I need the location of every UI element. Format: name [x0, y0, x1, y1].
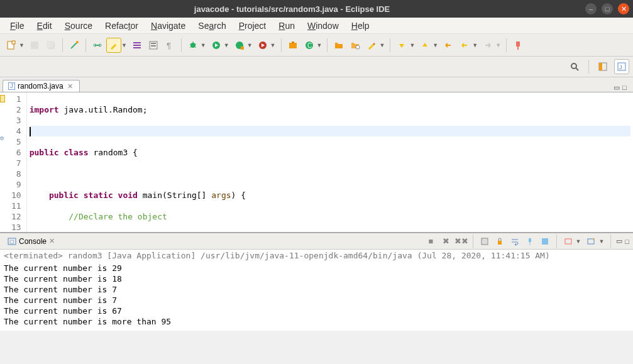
menu-source[interactable]: Source: [58, 19, 99, 33]
debug-icon[interactable]: [185, 38, 201, 53]
maximize-view-icon[interactable]: □: [625, 238, 629, 245]
svg-rect-41: [482, 238, 488, 245]
remove-all-icon[interactable]: ✖✖: [455, 235, 468, 248]
separator: [473, 234, 473, 248]
open-task-icon[interactable]: [348, 38, 363, 53]
menu-edit[interactable]: Edit: [31, 19, 58, 33]
separator: [181, 38, 182, 52]
menu-refactor[interactable]: Refactor: [99, 19, 145, 33]
dropdown-icon[interactable]: ▼: [495, 42, 501, 48]
save-all-icon[interactable]: [43, 38, 58, 53]
minimize-view-icon[interactable]: ▭: [616, 237, 622, 245]
line-number: 4: [11, 126, 21, 136]
line-number: 10: [11, 190, 21, 201]
pilcrow-icon[interactable]: ¶: [162, 38, 177, 53]
run-icon[interactable]: [209, 38, 224, 53]
ext-tools-icon[interactable]: [255, 38, 270, 53]
warning-marker-icon[interactable]: [0, 95, 5, 102]
menu-help[interactable]: Help: [345, 19, 376, 33]
menu-project[interactable]: Project: [233, 19, 273, 33]
edit-pen-icon[interactable]: [364, 38, 379, 53]
dropdown-icon[interactable]: ▼: [247, 42, 253, 48]
maximize-button[interactable]: □: [602, 3, 613, 14]
menu-file[interactable]: File: [4, 19, 31, 33]
menu-window[interactable]: Window: [301, 19, 345, 33]
scroll-lock-icon[interactable]: [493, 235, 506, 248]
dropdown-icon[interactable]: ▼: [576, 238, 581, 245]
console-output[interactable]: The current number is 29 The current num…: [0, 262, 633, 331]
wand-icon[interactable]: [67, 38, 82, 53]
remove-launch-icon[interactable]: ✖: [440, 235, 453, 248]
svg-text:¶: ¶: [167, 41, 171, 50]
svg-text:C: C: [307, 42, 312, 49]
menu-search[interactable]: Search: [192, 19, 232, 33]
tab-filename: random3.java: [18, 82, 63, 91]
console-line: The current number is 18: [4, 273, 629, 284]
svg-line-5: [71, 42, 77, 48]
list-icon[interactable]: [129, 38, 145, 53]
code-editor[interactable]: ⊖ 1 2 3 4 5 6 7 8 9 10 11 12 13 14 impor…: [0, 92, 633, 232]
code-area[interactable]: import java.util.Random; public class ra…: [27, 92, 633, 232]
new-icon[interactable]: [4, 38, 19, 53]
terminate-icon[interactable]: ■: [425, 235, 438, 248]
coverage-icon[interactable]: [232, 38, 247, 53]
back-icon[interactable]: [457, 38, 472, 53]
view-controls: ▭ □: [614, 84, 630, 92]
dropdown-icon[interactable]: ▼: [317, 42, 322, 48]
clear-console-icon[interactable]: [478, 235, 491, 248]
search-icon[interactable]: [567, 59, 582, 74]
close-window-button[interactable]: ✕: [618, 3, 629, 14]
pin-console-icon[interactable]: [524, 235, 536, 248]
display-console-icon[interactable]: [539, 235, 551, 248]
window-titlebar: javacode - tutorials/src/random3.java - …: [0, 0, 633, 18]
svg-line-34: [576, 68, 578, 70]
fold-expand-icon[interactable]: ⊖: [0, 133, 8, 143]
dropdown-icon[interactable]: ▼: [432, 42, 438, 48]
new-console-icon[interactable]: +: [585, 235, 597, 248]
prev-annotation-icon[interactable]: [417, 38, 432, 53]
brush-icon[interactable]: [106, 38, 121, 53]
menu-bar: File Edit Source Refactor Navigate Searc…: [0, 18, 633, 34]
code-text: static: [79, 190, 113, 200]
console-line: The current number is more than 95: [4, 316, 629, 327]
open-folder-icon[interactable]: [331, 38, 346, 53]
dropdown-icon[interactable]: ▼: [224, 42, 229, 48]
package-icon[interactable]: [285, 38, 300, 53]
type-icon[interactable]: C: [302, 38, 317, 53]
block-icon[interactable]: [146, 38, 161, 53]
console-tab[interactable]: ▢ Console ✕: [4, 236, 58, 247]
minimize-button[interactable]: –: [585, 3, 597, 14]
svg-rect-24: [241, 47, 244, 50]
minimize-view-icon[interactable]: ▭: [614, 84, 620, 92]
save-icon[interactable]: [27, 38, 42, 53]
last-edit-icon[interactable]: [441, 38, 456, 53]
menu-navigate[interactable]: Navigate: [145, 19, 192, 33]
console-icon: ▢: [8, 237, 16, 246]
pin-icon[interactable]: [510, 38, 526, 53]
line-number: 6: [11, 147, 21, 158]
open-perspective-icon[interactable]: [595, 59, 610, 74]
code-text: main(String[]: [138, 190, 211, 200]
word-wrap-icon[interactable]: [509, 235, 521, 248]
close-tab-icon[interactable]: ✕: [66, 82, 74, 91]
close-tab-icon[interactable]: ✕: [49, 237, 55, 245]
dropdown-icon[interactable]: ▼: [472, 42, 478, 48]
dropdown-icon[interactable]: ▼: [19, 42, 25, 48]
dropdown-icon[interactable]: ▼: [121, 42, 127, 48]
open-console-icon[interactable]: [562, 235, 575, 248]
dropdown-icon[interactable]: ▼: [379, 42, 385, 48]
editor-tab-random3[interactable]: 🄹 random3.java ✕: [3, 80, 80, 92]
maximize-view-icon[interactable]: □: [622, 84, 627, 92]
svg-rect-9: [133, 42, 141, 43]
next-annotation-icon[interactable]: [394, 38, 409, 53]
line-number: 7: [11, 158, 21, 168]
menu-run[interactable]: Run: [272, 19, 301, 33]
forward-icon[interactable]: [480, 38, 495, 53]
link-icon[interactable]: [90, 38, 105, 53]
dropdown-icon[interactable]: ▼: [598, 238, 604, 245]
dropdown-icon[interactable]: ▼: [201, 42, 206, 48]
java-perspective-icon[interactable]: J: [614, 59, 629, 74]
svg-point-6: [76, 41, 79, 43]
dropdown-icon[interactable]: ▼: [270, 42, 276, 48]
dropdown-icon[interactable]: ▼: [409, 42, 415, 48]
